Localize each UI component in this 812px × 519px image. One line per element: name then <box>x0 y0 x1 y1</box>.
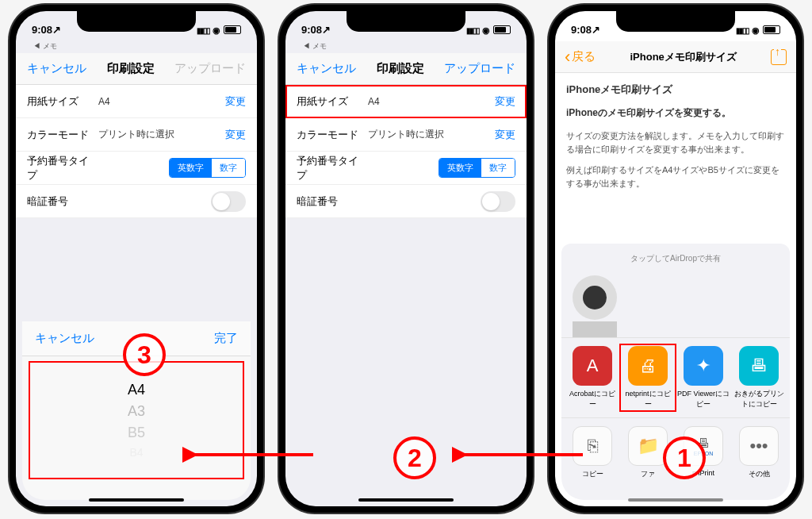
notch <box>616 11 735 32</box>
battery-icon <box>493 25 511 34</box>
pin-label: 暗証番号 <box>27 194 98 209</box>
color-mode-change-button[interactable]: 変更 <box>495 128 515 142</box>
note-paragraph: 例えば印刷するサイズをA4サイズやB5サイズに変更をする事が出来ます。 <box>566 163 785 190</box>
paper-size-row: 用紙サイズ A4 変更 <box>16 85 257 118</box>
paper-size-value: A4 <box>98 96 225 107</box>
picker-done-button[interactable]: 完了 <box>214 331 238 346</box>
paper-size-row: 用紙サイズ A4 変更 <box>285 85 527 118</box>
upload-button: アップロード <box>174 61 246 76</box>
number-type-row: 予約番号タイプ 英数字 数字 <box>285 152 527 185</box>
color-mode-change-button[interactable]: 変更 <box>225 128 246 142</box>
home-indicator[interactable] <box>89 498 184 502</box>
number-type-label: 予約番号タイプ <box>297 154 368 183</box>
note-subheading: iPhoneのメモ印刷サイズを変更する。 <box>566 106 785 120</box>
nav-bar: キャンセル 印刷設定 アップロード <box>285 53 527 85</box>
paper-size-label: 用紙サイズ <box>297 94 368 109</box>
chevron-left-icon <box>565 48 570 66</box>
picker-item[interactable]: A4 <box>128 382 145 398</box>
color-mode-row: カラーモード プリント時に選択 変更 <box>16 118 257 152</box>
share-app-row: A Acrobatにコピー 🖨 netprintにコピー ✦ PDF Viewe… <box>561 337 790 417</box>
paper-size-label: 用紙サイズ <box>27 94 98 109</box>
more-icon: ••• <box>739 426 779 466</box>
phone-screen-3: 9:08↗ 戻る iPhoneメモ印刷サイズ iPhoneメモ印刷サイズ iPh… <box>555 11 796 506</box>
action-more[interactable]: ••• その他 <box>733 426 785 479</box>
number-type-segment[interactable]: 英数字 数字 <box>439 158 515 178</box>
segment-alphanumeric[interactable]: 英数字 <box>170 159 212 177</box>
notch <box>77 11 196 32</box>
phone-screen-2: 9:08↗ ◀ メモ キャンセル 印刷設定 アップロード 用紙サイズ A4 変更… <box>285 11 527 506</box>
page-title: 印刷設定 <box>377 61 424 76</box>
share-icon[interactable] <box>771 49 787 65</box>
sub-status[interactable]: ◀ メモ <box>285 41 527 53</box>
airdrop-label: タップしてAirDropで共有 <box>561 250 790 271</box>
pin-label: 暗証番号 <box>297 194 368 209</box>
share-app-pdfviewer[interactable]: ✦ PDF Viewerにコピー <box>677 346 730 409</box>
notes-nav-bar: 戻る iPhoneメモ印刷サイズ <box>555 41 796 73</box>
pin-row: 暗証番号 <box>285 185 527 218</box>
share-app-acrobat[interactable]: A Acrobatにコピー <box>566 346 619 409</box>
pin-row: 暗証番号 <box>16 185 257 218</box>
app-label: netprintにコピー <box>622 389 674 409</box>
location-icon: ↗ <box>592 24 600 36</box>
picker-item[interactable]: A3 <box>128 403 145 420</box>
battery-icon <box>224 25 241 34</box>
acrobat-icon: A <box>573 346 612 386</box>
number-type-label: 予約番号タイプ <box>27 154 98 183</box>
color-mode-label: カラーモード <box>297 128 368 142</box>
back-button[interactable]: 戻る <box>565 48 596 66</box>
picker-item[interactable]: B4 <box>129 446 143 459</box>
wifi-icon <box>752 24 760 36</box>
folder-icon: 📁 <box>628 426 668 466</box>
phone-frame-2: 9:08↗ ◀ メモ キャンセル 印刷設定 アップロード 用紙サイズ A4 変更… <box>279 5 533 513</box>
segment-alphanumeric[interactable]: 英数字 <box>439 159 481 177</box>
paper-size-change-button[interactable]: 変更 <box>225 94 246 109</box>
pin-toggle[interactable] <box>211 191 246 212</box>
signal-icon <box>466 24 479 36</box>
page-title: 印刷設定 <box>107 61 155 76</box>
upload-button[interactable]: アップロード <box>444 61 515 76</box>
airdrop-contact[interactable] <box>573 275 617 320</box>
paper-size-change-button[interactable]: 変更 <box>495 94 515 109</box>
picker-item[interactable]: B5 <box>128 425 145 441</box>
signal-icon <box>197 24 209 36</box>
cancel-button[interactable]: キャンセル <box>27 61 86 76</box>
picker-cancel-button[interactable]: キャンセル <box>35 331 94 346</box>
app-label: Acrobatにコピー <box>566 389 619 409</box>
segment-numeric[interactable]: 数字 <box>481 159 515 177</box>
phone-screen-1: 9:08↗ ◀ メモ キャンセル 印刷設定 アップロード 用紙サイズ A4 変更… <box>16 11 257 506</box>
action-label: コピー <box>582 469 603 479</box>
color-mode-value: プリント時に選択 <box>98 128 225 141</box>
phone-frame-3: 9:08↗ 戻る iPhoneメモ印刷サイズ iPhoneメモ印刷サイズ iPh… <box>549 5 802 513</box>
color-mode-row: カラーモード プリント時に選択 変更 <box>285 118 527 152</box>
segment-numeric[interactable]: 数字 <box>212 159 245 177</box>
note-paragraph: サイズの変更方法を解説します。メモを入力して印刷する場合に印刷サイズを変更する事… <box>566 129 785 156</box>
status-time: 9:08 <box>32 24 52 36</box>
action-label: ファ <box>641 469 655 479</box>
number-type-segment[interactable]: 英数字 数字 <box>169 158 246 178</box>
note-title-header: iPhoneメモ印刷サイズ <box>630 50 736 64</box>
arrow-1-to-2 <box>182 443 317 467</box>
battery-icon <box>763 25 780 34</box>
home-indicator[interactable] <box>358 498 454 502</box>
status-time: 9:08 <box>301 24 322 36</box>
location-icon: ↗ <box>322 24 331 36</box>
sub-status[interactable]: ◀ メモ <box>16 41 257 53</box>
netprint-icon: 🖨 <box>628 346 668 386</box>
pin-toggle[interactable] <box>481 191 515 212</box>
share-app-okigaru[interactable]: 🖶 おきがるプリントにコピー <box>733 346 785 409</box>
cancel-button[interactable]: キャンセル <box>297 61 356 76</box>
okigaru-icon: 🖶 <box>739 346 779 386</box>
step-badge-1: 1 <box>663 436 706 479</box>
back-label: 戻る <box>572 49 596 64</box>
wifi-icon <box>482 24 490 36</box>
home-indicator[interactable] <box>628 498 723 502</box>
share-app-netprint[interactable]: 🖨 netprintにコピー <box>622 346 674 409</box>
paper-size-value: A4 <box>368 96 495 107</box>
nav-bar: キャンセル 印刷設定 アップロード <box>16 53 257 85</box>
notch <box>347 11 465 32</box>
settings-list: 用紙サイズ A4 変更 カラーモード プリント時に選択 変更 予約番号タイプ 英… <box>285 85 527 218</box>
airdrop-contact-name <box>573 321 617 337</box>
phone-frame-1: 9:08↗ ◀ メモ キャンセル 印刷設定 アップロード 用紙サイズ A4 変更… <box>10 5 263 513</box>
wifi-icon <box>213 24 220 36</box>
step-badge-2: 2 <box>393 436 436 479</box>
